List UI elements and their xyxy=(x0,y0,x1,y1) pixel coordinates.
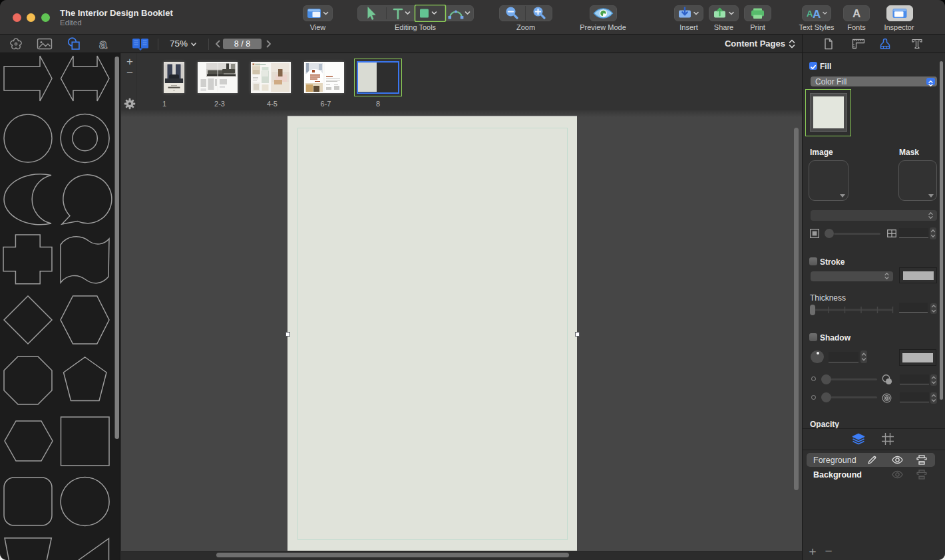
svg-text:A: A xyxy=(813,8,821,21)
svg-text:A: A xyxy=(852,7,860,20)
svg-text:a: a xyxy=(99,37,107,51)
